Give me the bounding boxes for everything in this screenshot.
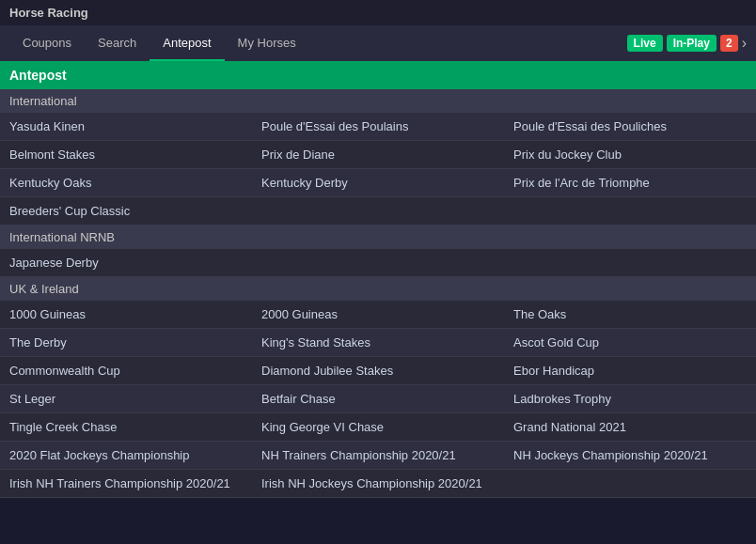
race-cell-1-0-0[interactable]: Japanese Derby	[0, 249, 252, 276]
race-cell-0-1-2[interactable]: Prix du Jockey Club	[504, 141, 756, 168]
inplay-count: 2	[720, 35, 738, 52]
table-row: Kentucky OaksKentucky DerbyPrix de l'Arc…	[0, 169, 756, 197]
page-title: Antepost	[9, 68, 67, 83]
race-cell-2-1-1[interactable]: King's Stand Stakes	[252, 329, 504, 356]
race-cell-0-3-0[interactable]: Breeders' Cup Classic	[0, 197, 252, 225]
table-row: St LegerBetfair ChaseLadbrokes Trophy	[0, 385, 756, 413]
race-cell-2-2-0[interactable]: Commonwealth Cup	[0, 357, 252, 384]
table-row: The DerbyKing's Stand StakesAscot Gold C…	[0, 329, 756, 357]
race-cell-2-4-2[interactable]: Grand National 2021	[504, 413, 756, 441]
table-row: Belmont StakesPrix de DianePrix du Jocke…	[0, 141, 756, 169]
nav-item-coupons[interactable]: Coupons	[9, 26, 85, 61]
table-row: Japanese Derby	[0, 249, 756, 277]
race-cell-2-3-2[interactable]: Ladbrokes Trophy	[504, 385, 756, 412]
race-cell-0-2-2[interactable]: Prix de l'Arc de Triomphe	[504, 169, 756, 196]
race-cell-2-3-0[interactable]: St Leger	[0, 385, 252, 412]
nav-item-search[interactable]: Search	[85, 26, 150, 61]
nav-right: Live In-Play 2 ›	[627, 35, 747, 52]
nav-item-antepost[interactable]: Antepost	[150, 26, 224, 61]
app-title: Horse Racing	[9, 6, 88, 20]
race-cell-0-3-1	[252, 197, 504, 225]
race-cell-2-0-1[interactable]: 2000 Guineas	[252, 301, 504, 328]
race-cell-0-1-1[interactable]: Prix de Diane	[252, 141, 504, 168]
race-cell-2-6-2	[504, 470, 756, 497]
race-cell-1-0-1	[252, 249, 504, 276]
race-cell-2-0-0[interactable]: 1000 Guineas	[0, 301, 252, 328]
race-cell-2-5-2[interactable]: NH Jockeys Championship 2020/21	[504, 442, 756, 469]
race-cell-0-2-1[interactable]: Kentucky Derby	[252, 169, 504, 196]
section-header-2: UK & Ireland	[0, 277, 756, 301]
race-cell-2-2-1[interactable]: Diamond Jubilee Stakes	[252, 357, 504, 384]
nav-bar: Coupons Search Antepost My Horses Live I…	[0, 25, 756, 61]
nav-item-myhorses[interactable]: My Horses	[225, 26, 309, 61]
race-cell-2-0-2[interactable]: The Oaks	[504, 301, 756, 328]
app-header: Horse Racing	[0, 0, 756, 25]
race-cell-2-1-0[interactable]: The Derby	[0, 329, 252, 356]
table-row: Yasuda KinenPoule d'Essai des PoulainsPo…	[0, 113, 756, 141]
race-cell-1-0-2	[504, 249, 756, 276]
race-cell-0-0-1[interactable]: Poule d'Essai des Poulains	[252, 113, 504, 140]
race-cell-2-5-1[interactable]: NH Trainers Championship 2020/21	[252, 442, 504, 469]
race-cell-2-1-2[interactable]: Ascot Gold Cup	[504, 329, 756, 356]
chevron-icon: ›	[742, 35, 747, 52]
race-cell-0-2-0[interactable]: Kentucky Oaks	[0, 169, 252, 196]
table-row: 1000 Guineas2000 GuineasThe Oaks	[0, 301, 756, 329]
race-cell-2-6-0[interactable]: Irish NH Trainers Championship 2020/21	[0, 470, 252, 497]
table-row: Irish NH Trainers Championship 2020/21Ir…	[0, 470, 756, 498]
race-cell-2-4-1[interactable]: King George VI Chase	[252, 413, 504, 441]
race-cell-2-4-0[interactable]: Tingle Creek Chase	[0, 413, 252, 441]
race-cell-0-0-2[interactable]: Poule d'Essai des Pouliches	[504, 113, 756, 140]
table-row: 2020 Flat Jockeys ChampionshipNH Trainer…	[0, 442, 756, 470]
section-header-1: International NRNB	[0, 225, 756, 249]
table-row: Tingle Creek ChaseKing George VI ChaseGr…	[0, 413, 756, 442]
race-cell-2-3-1[interactable]: Betfair Chase	[252, 385, 504, 412]
section-header-0: International	[0, 89, 756, 113]
table-row: Breeders' Cup Classic	[0, 197, 756, 225]
live-badge[interactable]: Live	[627, 35, 663, 52]
race-cell-0-1-0[interactable]: Belmont Stakes	[0, 141, 252, 168]
page-title-bar: Antepost	[0, 61, 756, 89]
race-cell-0-3-2	[504, 197, 756, 225]
table-row: Commonwealth CupDiamond Jubilee StakesEb…	[0, 357, 756, 385]
race-cell-2-5-0[interactable]: 2020 Flat Jockeys Championship	[0, 442, 252, 469]
race-cell-2-2-2[interactable]: Ebor Handicap	[504, 357, 756, 384]
inplay-badge[interactable]: In-Play	[667, 35, 717, 52]
content-area: InternationalYasuda KinenPoule d'Essai d…	[0, 89, 756, 498]
race-cell-0-0-0[interactable]: Yasuda Kinen	[0, 113, 252, 140]
race-cell-2-6-1[interactable]: Irish NH Jockeys Championship 2020/21	[252, 470, 504, 497]
